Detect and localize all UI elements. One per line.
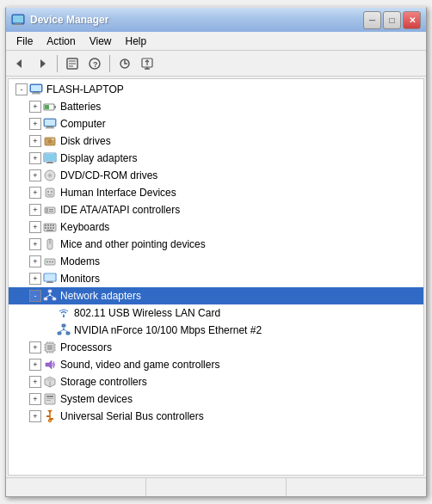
- wifi-icon: [57, 306, 71, 320]
- svg-rect-43: [46, 208, 48, 212]
- expand-icon-modems[interactable]: +: [29, 255, 41, 267]
- computer-icon: [29, 83, 43, 96]
- tree-item-dvd[interactable]: + DVD/CD-ROM drives: [9, 167, 423, 184]
- battery-icon: [43, 100, 57, 114]
- expand-icon-processors[interactable]: +: [29, 341, 41, 353]
- svg-rect-100: [46, 400, 51, 401]
- expand-icon-hid[interactable]: +: [29, 187, 41, 199]
- minimize-button[interactable]: ─: [363, 11, 381, 29]
- svg-point-57: [49, 241, 51, 243]
- device-tree[interactable]: - FLASH-LAPTOP +: [8, 78, 424, 476]
- tree-item-batteries[interactable]: + Batteries: [9, 98, 423, 115]
- expand-icon-sound[interactable]: +: [29, 359, 41, 371]
- back-button[interactable]: [9, 53, 30, 74]
- item-label-processors: Processors: [60, 341, 112, 353]
- menu-action[interactable]: Action: [40, 34, 82, 49]
- forward-button[interactable]: [32, 53, 52, 74]
- expand-icon-storage[interactable]: +: [29, 376, 41, 388]
- maximize-button[interactable]: □: [383, 11, 401, 29]
- svg-point-59: [46, 261, 48, 263]
- dvd-icon: [43, 169, 57, 182]
- menu-file[interactable]: File: [9, 34, 40, 49]
- expand-icon-mice[interactable]: +: [29, 238, 41, 250]
- tree-item-network[interactable]: - Network adapters: [9, 287, 423, 304]
- tree-item-computer[interactable]: + Computer: [9, 115, 423, 132]
- item-label-root: FLASH-LAPTOP: [46, 83, 124, 95]
- svg-point-40: [47, 191, 49, 193]
- window-controls: ─ □ ✕: [363, 11, 421, 29]
- svg-rect-66: [48, 290, 52, 292]
- menu-view[interactable]: View: [83, 34, 119, 49]
- item-label-display: Display adapters: [60, 152, 137, 164]
- tree-item-system[interactable]: + System devices: [9, 390, 423, 408]
- expand-icon-ide[interactable]: +: [29, 204, 41, 216]
- tree-item-monitors[interactable]: + Monitors: [9, 270, 423, 287]
- tree-item-ide[interactable]: + IDE ATA/ATAPI controllers: [9, 201, 423, 218]
- tree-item-processors[interactable]: +: [9, 339, 423, 356]
- svg-rect-63: [45, 274, 55, 280]
- svg-rect-33: [45, 154, 55, 161]
- svg-marker-95: [46, 360, 52, 369]
- svg-point-38: [49, 175, 51, 176]
- svg-point-80: [63, 329, 65, 330]
- tree-item-display[interactable]: + Display adapters: [9, 150, 423, 167]
- system-icon: [43, 392, 57, 406]
- scan-button[interactable]: [137, 53, 157, 74]
- svg-rect-20: [32, 93, 40, 95]
- modem-icon: [43, 255, 57, 268]
- svg-rect-27: [46, 127, 54, 129]
- status-pane-2: [146, 478, 287, 496]
- expand-icon-monitors[interactable]: +: [29, 273, 41, 285]
- expand-icon-root[interactable]: -: [15, 83, 28, 95]
- expand-icon-system[interactable]: +: [29, 393, 41, 405]
- tree-item-keyboards[interactable]: + Keyboards: [9, 218, 423, 236]
- sound-icon: [43, 358, 57, 372]
- toolbar-separator-1: [57, 55, 58, 72]
- disk-icon: [43, 134, 57, 148]
- svg-rect-98: [46, 396, 53, 397]
- item-label-hid: Human Interface Devices: [60, 187, 176, 199]
- toolbar: ?: [6, 51, 426, 77]
- expand-icon-batteries[interactable]: +: [29, 101, 41, 113]
- tree-item-hid[interactable]: + Human Interface Devices: [9, 184, 423, 201]
- tree-item-mice[interactable]: + Mice and other pointing devices: [9, 236, 423, 253]
- expand-icon-dvd[interactable]: +: [29, 169, 41, 181]
- help-button[interactable]: ?: [84, 53, 105, 74]
- item-label-ide: IDE ATA/ATAPI controllers: [60, 204, 180, 216]
- expand-icon-usb[interactable]: +: [29, 410, 41, 422]
- tree-item-ethernet[interactable]: NVIDIA nForce 10/100 Mbps Ethernet #2: [9, 322, 423, 339]
- item-label-ethernet: NVIDIA nForce 10/100 Mbps Ethernet #2: [74, 324, 262, 336]
- item-label-storage: Storage controllers: [60, 376, 147, 388]
- expand-icon-display[interactable]: +: [29, 152, 41, 164]
- svg-marker-102: [47, 410, 52, 413]
- svg-rect-23: [54, 106, 56, 108]
- expand-icon-computer[interactable]: +: [29, 118, 41, 130]
- tree-item-usb[interactable]: + Universal Serial Bus controllers: [9, 408, 423, 425]
- svg-rect-99: [46, 398, 53, 399]
- expand-icon-disk[interactable]: +: [29, 135, 41, 147]
- svg-rect-53: [50, 227, 52, 229]
- tree-item-disk[interactable]: + Disk drives: [9, 132, 423, 150]
- svg-rect-51: [45, 227, 46, 229]
- tree-item-storage[interactable]: + Storage controllers: [9, 373, 423, 390]
- expand-icon-keyboards[interactable]: +: [29, 221, 41, 233]
- menu-help[interactable]: Help: [119, 34, 154, 49]
- tree-item-modems[interactable]: + Modems: [9, 253, 423, 270]
- item-label-keyboards: Keyboards: [60, 221, 109, 233]
- toolbar-separator-2: [109, 55, 110, 72]
- svg-rect-76: [66, 332, 70, 335]
- display-icon: [43, 151, 57, 165]
- svg-rect-3: [14, 24, 22, 25]
- computer-small-icon: [43, 117, 57, 131]
- ethernet-icon: [57, 323, 71, 337]
- item-label-mice: Mice and other pointing devices: [60, 238, 206, 250]
- svg-rect-68: [52, 298, 56, 300]
- tree-item-root[interactable]: - FLASH-LAPTOP: [9, 81, 423, 98]
- update-driver-button[interactable]: [114, 53, 135, 74]
- properties-button[interactable]: [62, 53, 83, 74]
- close-button[interactable]: ✕: [403, 11, 421, 29]
- tree-container: - FLASH-LAPTOP +: [9, 79, 423, 427]
- expand-icon-network[interactable]: -: [29, 290, 41, 302]
- tree-item-sound[interactable]: + Sound, video and game controllers: [9, 356, 423, 373]
- tree-item-wifi[interactable]: 802.11 USB Wireless LAN Card: [9, 304, 423, 322]
